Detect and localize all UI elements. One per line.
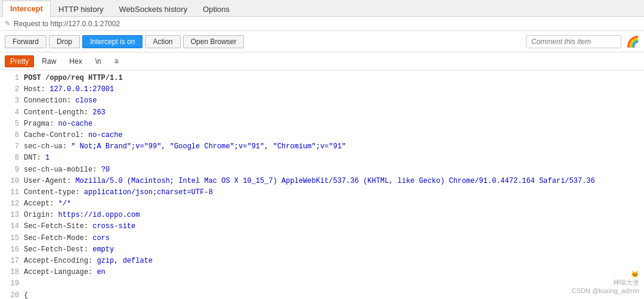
watermark-csdn: CSDN @kuxing_admin xyxy=(572,287,639,294)
content-area[interactable]: 1POST /oppo/req HTTP/1.12Host: 127.0.0.1… xyxy=(0,70,644,299)
line-number: 5 xyxy=(5,119,19,130)
request-url: Request to http://127.0.0.1:27002 xyxy=(14,20,120,28)
tab-ws-history[interactable]: WebSockets history xyxy=(112,1,196,17)
line-text: DNT: 1 xyxy=(24,152,639,164)
content-line: 19 xyxy=(5,278,639,289)
line-text: Content-Length: 263 xyxy=(24,107,639,119)
line-text: Sec-Fetch-Site: cross-site xyxy=(24,221,639,232)
line-text: { xyxy=(24,290,639,299)
hex-button[interactable]: Hex xyxy=(64,55,87,67)
line-text: Accept: */* xyxy=(24,198,639,210)
forward-button[interactable]: Forward xyxy=(5,35,47,48)
content-line: 20{ xyxy=(5,290,639,299)
watermark-name: 神喵大使 xyxy=(572,278,639,287)
line-number: 17 xyxy=(5,256,19,267)
action-button[interactable]: Action xyxy=(145,35,180,48)
line-number: 6 xyxy=(5,130,19,141)
line-number: 18 xyxy=(5,267,19,278)
ln-button[interactable]: \n xyxy=(90,55,107,67)
content-line: 2Host: 127.0.0.1:27001 xyxy=(5,84,639,95)
line-text: Sec-Fetch-Mode: cors xyxy=(24,233,639,244)
line-text: Pragma: no-cache xyxy=(24,119,639,130)
line-number: 4 xyxy=(5,107,19,119)
line-text: sec-ch-ua: " Not;A Brand";v="99", "Googl… xyxy=(24,141,639,152)
pretty-button[interactable]: Pretty xyxy=(5,55,34,67)
line-number: 1 xyxy=(5,73,19,84)
line-text: Sec-Fetch-Dest: empty xyxy=(24,244,639,256)
line-text: Accept-Encoding: gzip, deflate xyxy=(24,256,639,267)
content-line: 6Cache-Control: no-cache xyxy=(5,130,639,141)
line-number: 9 xyxy=(5,164,19,176)
line-text: Cache-Control: no-cache xyxy=(24,130,639,141)
line-text: Host: 127.0.0.1:27001 xyxy=(24,84,639,95)
rainbow-icon: 🌈 xyxy=(626,35,639,48)
tab-intercept[interactable]: Intercept xyxy=(2,1,51,17)
watermark-icon: 🐱 xyxy=(572,270,639,278)
content-line: 9sec-ch-ua-mobile: ?0 xyxy=(5,164,639,176)
format-bar: Pretty Raw Hex \n ≡ xyxy=(0,52,644,70)
content-line: 14Sec-Fetch-Site: cross-site xyxy=(5,221,639,232)
tab-http-history[interactable]: HTTP history xyxy=(51,1,112,17)
line-number: 19 xyxy=(5,278,19,289)
content-line: 11Content-type: application/json;charset… xyxy=(5,187,639,198)
content-line: 13Origin: https://id.oppo.com xyxy=(5,210,639,221)
content-line: 16Sec-Fetch-Dest: empty xyxy=(5,244,639,256)
tab-bar: Intercept HTTP history WebSockets histor… xyxy=(0,0,644,17)
content-line: 7sec-ch-ua: " Not;A Brand";v="99", "Goog… xyxy=(5,141,639,152)
line-text: User-Agent: Mozilla/5.0 (Macintosh; Inte… xyxy=(24,176,639,187)
line-number: 7 xyxy=(5,141,19,152)
intercept-on-button[interactable]: Intercept is on xyxy=(82,35,143,48)
comment-input[interactable] xyxy=(526,35,621,48)
line-number: 11 xyxy=(5,187,19,198)
line-number: 13 xyxy=(5,210,19,221)
line-text: Content-type: application/json;charset=U… xyxy=(24,187,639,198)
line-text: Accept-Language: en xyxy=(24,267,639,278)
line-text: POST /oppo/req HTTP/1.1 xyxy=(24,73,639,84)
dots-button[interactable]: ≡ xyxy=(109,55,124,67)
drop-button[interactable]: Drop xyxy=(49,35,80,48)
line-number: 16 xyxy=(5,244,19,256)
content-line: 4Content-Length: 263 xyxy=(5,107,639,119)
content-line: 8DNT: 1 xyxy=(5,152,639,164)
line-number: 8 xyxy=(5,152,19,164)
content-line: 15Sec-Fetch-Mode: cors xyxy=(5,233,639,244)
line-number: 3 xyxy=(5,95,19,107)
line-text: sec-ch-ua-mobile: ?0 xyxy=(24,164,639,176)
edit-icon: ✎ xyxy=(5,20,10,27)
content-line: 17Accept-Encoding: gzip, deflate xyxy=(5,256,639,267)
watermark: 🐱 神喵大使 CSDN @kuxing_admin xyxy=(572,270,639,294)
line-number: 14 xyxy=(5,221,19,232)
content-line: 1POST /oppo/req HTTP/1.1 xyxy=(5,73,639,84)
line-number: 15 xyxy=(5,233,19,244)
content-line: 10User-Agent: Mozilla/5.0 (Macintosh; In… xyxy=(5,176,639,187)
line-number: 12 xyxy=(5,198,19,210)
line-number: 10 xyxy=(5,176,19,187)
line-text xyxy=(24,278,639,289)
content-line: 18Accept-Language: en xyxy=(5,267,639,278)
line-number: 20 xyxy=(5,290,19,299)
content-line: 5Pragma: no-cache xyxy=(5,119,639,130)
content-line: 12Accept: */* xyxy=(5,198,639,210)
tab-options[interactable]: Options xyxy=(195,1,237,17)
open-browser-button[interactable]: Open Browser xyxy=(183,35,244,48)
request-bar: ✎ Request to http://127.0.0.1:27002 xyxy=(0,17,644,31)
line-number: 2 xyxy=(5,84,19,95)
toolbar: Forward Drop Intercept is on Action Open… xyxy=(0,31,644,52)
line-text: Origin: https://id.oppo.com xyxy=(24,210,639,221)
raw-button[interactable]: Raw xyxy=(36,55,61,67)
content-line: 3Connection: close xyxy=(5,95,639,107)
line-text: Connection: close xyxy=(24,95,639,107)
